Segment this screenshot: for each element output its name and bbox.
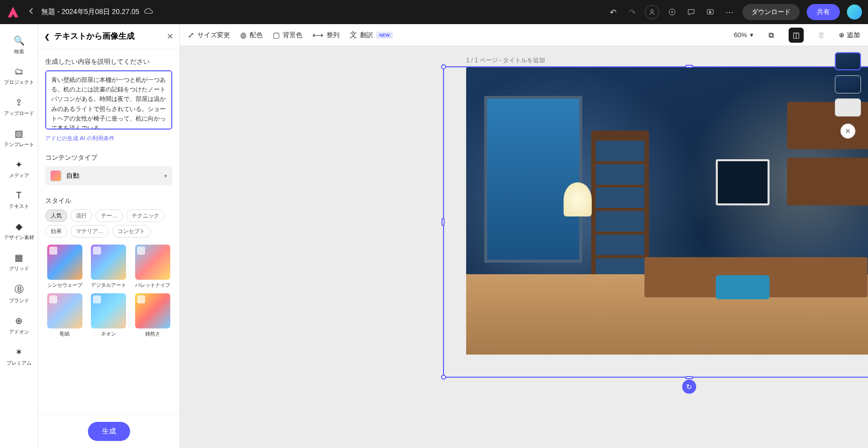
text-icon: T [16,190,22,201]
invite-icon[interactable] [645,5,659,19]
pill-material[interactable]: マテリア… [70,225,109,238]
document-title[interactable]: 無題 - 2024年5月08日 20.27.05 [41,8,139,17]
cloud-sync-icon[interactable] [144,8,153,17]
help-icon[interactable] [666,6,678,18]
pill-technique[interactable]: テクニック [126,209,165,222]
rail-media[interactable]: ✦メディア [0,154,38,184]
chevron-down-icon: ▾ [164,173,167,179]
generate-button[interactable]: 生成 [88,422,130,441]
rail-addon[interactable]: ⊕アドオン [0,310,38,341]
panel-close-icon[interactable]: ✕ [167,32,173,41]
tb-resize[interactable]: ⤢サイズ変更 [188,31,230,40]
rail-grid[interactable]: ▦グリッド [0,247,38,277]
style-digital-art[interactable]: デジタルアート [89,245,129,288]
canvas-area: ⤢サイズ変更 ◍配色 ▢背景色 ⟷整列 文翻訳NEW 60%▾ ⧉ ◫ 🗑 ⊕追… [180,24,868,448]
handle-top-left[interactable] [441,64,446,69]
style-clutter[interactable]: 雑然さ [133,293,172,337]
style-label: スタイル [45,196,172,205]
zoom-select[interactable]: 60%▾ [734,31,753,39]
prompt-input[interactable] [45,70,172,130]
rail-upload[interactable]: ⇪アップロード [0,92,38,122]
prompt-label: 生成したい内容を説明してください [45,57,172,66]
regenerate-icon[interactable]: ↻ [682,380,696,394]
page-thumbnail-rail: ✕ [835,52,861,139]
brand-icon: Ⓑ [15,283,24,295]
tb-recolor[interactable]: ◍配色 [240,31,263,40]
resize-icon: ⤢ [188,31,194,40]
selection-frame[interactable]: ↻ [443,66,868,378]
content-type-thumb-icon [50,170,61,181]
rail-search[interactable]: 🔍検索 [0,30,38,60]
rail-premium[interactable]: ✶プレミアム [0,342,38,372]
style-carved-paper[interactable]: 彫紙 [45,293,84,337]
back-button[interactable] [24,6,39,19]
text-to-image-panel: ❮ テキストから画像生成 ✕ 生成したい内容を説明してください アドビの生成 A… [38,24,180,448]
handle-top-mid[interactable] [685,65,693,68]
rail-text[interactable]: Tテキスト [0,185,38,215]
canvas-toolbar: ⤢サイズ変更 ◍配色 ▢背景色 ⟷整列 文翻訳NEW 60%▾ ⧉ ◫ 🗑 ⊕追… [180,24,868,46]
grid-icon: ▦ [15,252,23,263]
template-icon: ▧ [15,128,23,139]
share-button[interactable]: 共有 [807,4,840,20]
app-header: 無題 - 2024年5月08日 20.27.05 ↶ ↷ ⋯ ダウンロード 共有 [0,0,868,24]
more-icon[interactable]: ⋯ [723,6,735,18]
handle-bottom-mid[interactable] [685,376,693,379]
left-rail: 🔍検索 🗂プロジェクト ⇪アップロード ▧テンプレート ✦メディア Tテキスト … [0,24,38,448]
media-icon: ✦ [15,159,23,170]
tb-crop-icon[interactable]: ◫ [789,28,804,43]
canvas-viewport[interactable]: 1 / 1 ページ - タイトルを追加 ↻ [180,46,868,448]
tb-translate[interactable]: 文翻訳NEW [350,30,393,40]
pill-effect[interactable]: 効果 [45,225,67,238]
palette-icon: ◍ [240,31,247,40]
collapse-thumbs-icon[interactable]: ✕ [840,124,855,139]
download-button[interactable]: ダウンロード [742,4,800,20]
comment-icon[interactable] [685,6,697,18]
tb-bgcolor[interactable]: ▢背景色 [273,31,302,40]
pill-theme[interactable]: テー… [95,209,123,222]
shapes-icon: ◆ [16,221,23,232]
premium-icon: ✶ [15,347,23,358]
tb-add-button[interactable]: ⊕追加 [839,31,860,40]
svg-point-0 [650,10,653,12]
redo-icon[interactable]: ↷ [626,6,638,18]
rail-design[interactable]: ◆デザイン素材 [0,216,38,246]
plus-circle-icon: ⊕ [839,31,844,39]
pill-popular[interactable]: 人気 [45,209,67,222]
rail-projects[interactable]: 🗂プロジェクト [0,61,38,91]
search-icon: 🔍 [14,35,25,46]
svg-point-2 [672,12,673,13]
present-icon[interactable] [704,6,716,18]
page-thumb-1[interactable] [835,52,861,70]
tb-arrange[interactable]: ⟷整列 [312,31,340,40]
handle-bottom-left[interactable] [441,375,446,380]
page-label[interactable]: 1 / 1 ページ - タイトルを追加 [466,56,545,65]
style-palette-knife[interactable]: パレットナイフ [133,245,172,288]
upload-icon: ⇪ [15,97,23,108]
rail-brand[interactable]: Ⓑブランド [0,278,38,309]
tb-duplicate-icon[interactable]: ⧉ [764,28,779,43]
panel-back-icon[interactable]: ❮ [44,33,50,41]
handle-mid-left[interactable] [442,218,445,226]
app-logo-icon[interactable] [6,5,20,19]
rail-templates[interactable]: ▧テンプレート [0,123,38,153]
style-synthwave[interactable]: シンセウェーブ [45,245,84,288]
terms-link[interactable]: アドビの生成 AI の利用条件 [45,135,172,142]
pill-concept[interactable]: コンセプト [112,225,151,238]
content-type-select[interactable]: 自動 ▾ [45,166,172,185]
arrange-icon: ⟷ [312,31,323,40]
page-thumb-2[interactable] [835,75,861,93]
content-type-label: コンテンツタイプ [45,153,172,162]
folder-icon: 🗂 [15,66,24,77]
square-icon: ▢ [273,31,280,40]
panel-title: テキストから画像生成 [54,31,167,42]
undo-icon[interactable]: ↶ [607,6,619,18]
translate-icon: 文 [350,30,357,40]
pill-trend[interactable]: 流行 [70,209,92,222]
tb-delete-icon[interactable]: 🗑 [814,28,829,43]
user-avatar[interactable] [847,5,862,20]
addon-icon: ⊕ [15,315,23,326]
chevron-down-icon: ▾ [750,31,753,39]
style-neon[interactable]: ネオン [89,293,129,337]
page-thumb-3[interactable] [835,98,861,117]
